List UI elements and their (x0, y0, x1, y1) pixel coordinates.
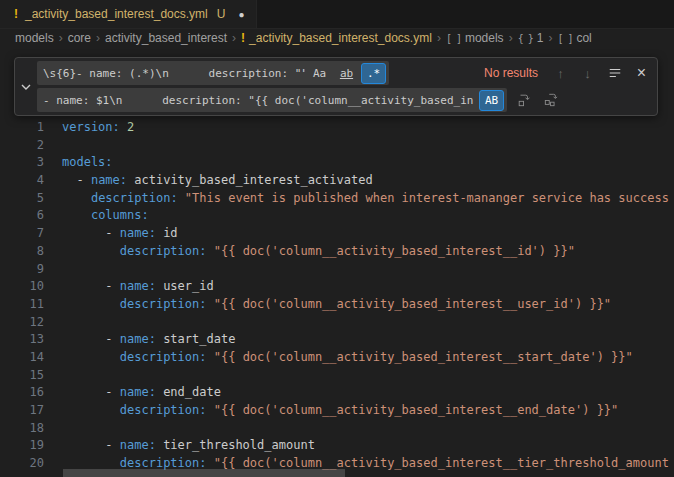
code-line[interactable]: 19 - name: tier_threshold_amount (0, 437, 674, 455)
line-number[interactable]: 13 (0, 331, 44, 349)
replace-input-wrap: AB (37, 88, 507, 112)
breadcrumb-separator: › (547, 31, 553, 45)
selection-icon (608, 66, 622, 80)
breadcrumb-label: models (465, 31, 504, 45)
line-number[interactable]: 2 (0, 137, 44, 155)
line-content: - name: start_date (44, 331, 235, 349)
code-line[interactable]: 1version: 2 (0, 119, 674, 137)
breadcrumb-separator: › (95, 31, 101, 45)
find-input[interactable] (37, 67, 307, 80)
code-line[interactable]: 15 (0, 367, 674, 385)
breadcrumb-item[interactable]: { }1 (518, 31, 544, 45)
unsaved-dot-icon[interactable]: ● (238, 9, 244, 20)
line-content: - name: activity_based_interest_activate… (44, 172, 373, 190)
array-symbol-icon: [ ] (446, 33, 461, 44)
line-number[interactable]: 7 (0, 225, 44, 243)
line-number[interactable]: 1 (0, 119, 44, 137)
code-line[interactable]: 10 - name: user_id (0, 278, 674, 296)
line-number[interactable]: 10 (0, 278, 44, 296)
code-line[interactable]: 7 - name: id (0, 225, 674, 243)
code-line[interactable]: 11 description: "{{ doc('column__activit… (0, 296, 674, 314)
vscode-window: ! _activity_based_interest_docs.yml U ● … (0, 0, 674, 477)
breadcrumb-item[interactable]: activity_based_interest (105, 31, 227, 45)
tab-bar: ! _activity_based_interest_docs.yml U ● (0, 0, 674, 29)
line-number[interactable]: 3 (0, 154, 44, 172)
line-number[interactable]: 20 (0, 455, 44, 473)
line-number[interactable]: 18 (0, 420, 44, 438)
toggle-replace-button[interactable] (15, 58, 37, 115)
breadcrumb-label: activity_based_interest (105, 31, 227, 45)
line-number[interactable]: 14 (0, 349, 44, 367)
line-content: description: "{{ doc('column__activity_b… (44, 402, 618, 420)
line-number[interactable]: 5 (0, 190, 44, 208)
line-content (44, 314, 62, 332)
line-content (44, 261, 62, 279)
code-line[interactable]: 8 description: "{{ doc('column__activity… (0, 243, 674, 261)
code-line[interactable]: 4 - name: activity_based_interest_activa… (0, 172, 674, 190)
line-number[interactable]: 8 (0, 243, 44, 261)
line-content: version: 2 (44, 119, 134, 137)
git-status-badge: U (217, 7, 226, 21)
close-find-button[interactable]: × (631, 63, 652, 84)
line-content: description: "{{ doc('column__activity_b… (44, 349, 633, 367)
next-match-button[interactable]: ↓ (577, 63, 598, 84)
line-number[interactable]: 12 (0, 314, 44, 332)
line-number[interactable]: 19 (0, 437, 44, 455)
code-line[interactable]: 13 - name: start_date (0, 331, 674, 349)
object-symbol-icon: { } (518, 33, 533, 44)
breadcrumb-separator: › (508, 31, 514, 45)
replace-input[interactable] (37, 94, 479, 107)
line-number[interactable]: 15 (0, 367, 44, 385)
whole-word-button[interactable]: ab (334, 63, 359, 84)
horizontal-scrollbar[interactable] (63, 469, 345, 477)
code-line[interactable]: 16 - name: end_date (0, 384, 674, 402)
find-input-wrap: Aa ab .* (37, 61, 389, 85)
previous-match-button[interactable]: ↑ (550, 63, 571, 84)
code-line[interactable]: 12 (0, 314, 674, 332)
chevron-down-icon (20, 81, 32, 93)
whole-word-icon: ab (340, 67, 353, 80)
breadcrumb-label: col (576, 31, 591, 45)
breadcrumb-item[interactable]: core (68, 31, 91, 45)
code-line[interactable]: 5 description: "This event is published … (0, 190, 674, 208)
code-line[interactable]: 6 columns: (0, 207, 674, 225)
breadcrumb-item[interactable]: [ ]models (446, 31, 504, 45)
line-content: - name: tier_threshold_amount (44, 437, 315, 455)
line-number[interactable]: 9 (0, 261, 44, 279)
replace-row: AB (37, 88, 652, 112)
line-number[interactable]: 6 (0, 207, 44, 225)
code-line[interactable]: 14 description: "{{ doc('column__activit… (0, 349, 674, 367)
breadcrumb: models›core›activity_based_interest›!_ac… (0, 29, 674, 47)
find-results-count: No results (484, 66, 538, 80)
breadcrumb-label: 1 (537, 31, 544, 45)
breadcrumb-separator: › (58, 31, 64, 45)
line-content: columns: (44, 207, 149, 225)
code-line[interactable]: 2 (0, 137, 674, 155)
breadcrumb-item[interactable]: [ ]col (557, 31, 591, 45)
find-widget: Aa ab .* No results ↑ ↓ × AB (14, 57, 658, 116)
replace-icon (517, 93, 531, 107)
line-number[interactable]: 16 (0, 384, 44, 402)
code-line[interactable]: 18 (0, 420, 674, 438)
line-number[interactable]: 4 (0, 172, 44, 190)
breadcrumb-label: models (15, 31, 54, 45)
tab-filename: _activity_based_interest_docs.yml (25, 7, 208, 21)
find-in-selection-button[interactable] (604, 63, 625, 84)
line-number[interactable]: 11 (0, 296, 44, 314)
breadcrumb-label: core (68, 31, 91, 45)
line-content (44, 367, 62, 385)
line-content (44, 137, 62, 155)
breadcrumb-separator: › (436, 31, 442, 45)
line-number[interactable]: 17 (0, 402, 44, 420)
tab-activity-based-interest-docs[interactable]: ! _activity_based_interest_docs.yml U ● (0, 0, 257, 28)
code-line[interactable]: 17 description: "{{ doc('column__activit… (0, 402, 674, 420)
replace-all-button[interactable] (540, 90, 561, 111)
breadcrumb-item[interactable]: !_activity_based_interest_docs.yml (241, 31, 432, 45)
code-line[interactable]: 9 (0, 261, 674, 279)
match-case-button[interactable]: Aa (307, 63, 332, 84)
regex-button[interactable]: .* (361, 63, 386, 84)
replace-button[interactable] (513, 90, 534, 111)
breadcrumb-item[interactable]: models (15, 31, 54, 45)
code-line[interactable]: 3models: (0, 154, 674, 172)
preserve-case-button[interactable]: AB (479, 90, 504, 111)
